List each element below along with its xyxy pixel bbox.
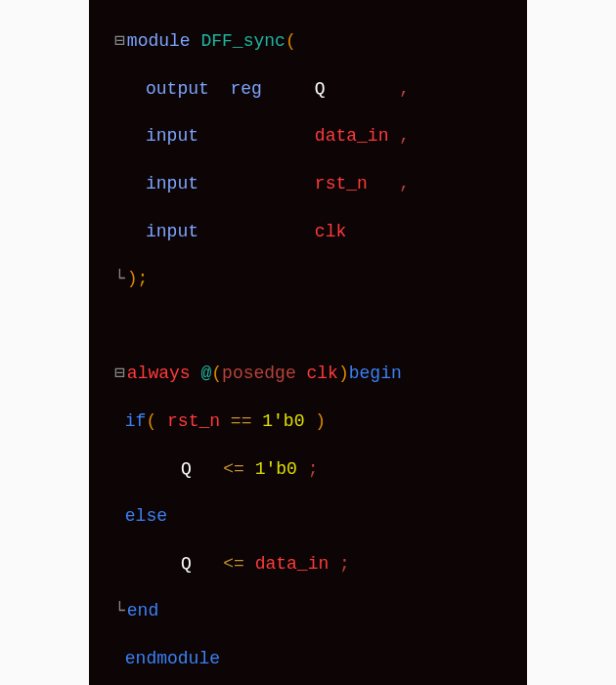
comma: ,	[399, 79, 410, 99]
keyword-end: end	[127, 601, 158, 621]
fold-close-icon: └	[114, 601, 125, 621]
keyword-if: if	[125, 411, 147, 431]
signal-data-in: data_in	[315, 126, 389, 146]
signal-rst-n-2: rst_n	[156, 411, 231, 431]
close-paren: )	[338, 364, 349, 383]
literal-1b0-2: 1'b0	[244, 459, 308, 479]
close-paren-semi: );	[127, 269, 149, 288]
open-paren: (	[211, 364, 222, 383]
open-paren: (	[286, 31, 296, 51]
literal-1b0: 1'b0	[262, 411, 315, 431]
at-symbol: @	[191, 364, 212, 383]
keyword-input: input	[146, 222, 198, 241]
fold-close-icon: └	[114, 269, 125, 288]
signal-q-3: Q	[181, 554, 192, 574]
keyword-endmodule: endmodule	[125, 649, 220, 668]
keyword-reg: reg	[209, 79, 262, 99]
comma: ,	[388, 126, 410, 146]
signal-clk-2: clk	[296, 364, 338, 383]
keyword-begin: begin	[349, 364, 402, 383]
signal-q: Q	[315, 79, 326, 99]
keyword-posedge: posedge	[222, 364, 296, 383]
signal-clk: clk	[315, 222, 346, 241]
module-name: DFF_sync	[191, 31, 286, 51]
fold-icon: ⊟	[114, 364, 125, 383]
open-paren: (	[146, 411, 156, 431]
keyword-input: input	[146, 126, 198, 146]
keyword-always: always	[127, 364, 191, 383]
comma: ,	[399, 174, 410, 193]
signal-data-in-2: data_in	[244, 554, 339, 574]
semicolon: ;	[308, 459, 319, 479]
semicolon-2: ;	[339, 554, 350, 574]
keyword-input: input	[146, 174, 198, 193]
keyword-output: output	[146, 79, 209, 99]
keyword-module: module	[127, 31, 191, 51]
keyword-else: else	[125, 506, 167, 526]
signal-q-2: Q	[181, 459, 192, 479]
nonblocking-assign: <=	[192, 459, 244, 479]
fold-icon: ⊟	[114, 31, 125, 51]
eq-operator: ==	[231, 411, 262, 431]
nonblocking-assign-2: <=	[192, 554, 244, 574]
signal-rst-n: rst_n	[315, 174, 368, 193]
verilog-code-block: ⊟module DFF_sync( output reg Q , input d…	[89, 0, 527, 685]
close-paren: )	[315, 411, 326, 431]
